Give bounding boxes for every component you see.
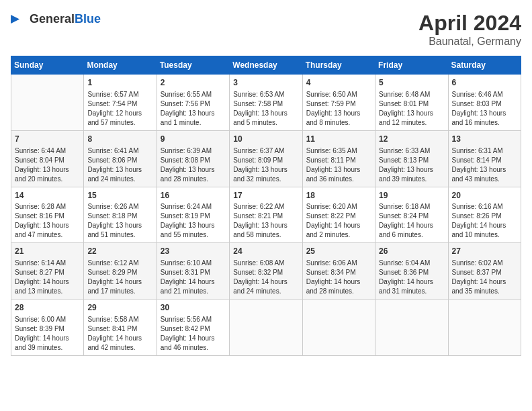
header-thursday: Thursday	[302, 56, 375, 75]
location-title: Baunatal, Germany	[418, 36, 521, 48]
logo-icon: ▶	[11, 11, 27, 27]
day-info: Sunrise: 6:16 AM Sunset: 8:26 PM Dayligh…	[452, 202, 517, 240]
day-info: Sunrise: 6:39 AM Sunset: 8:08 PM Dayligh…	[161, 146, 226, 184]
day-number: 13	[452, 134, 517, 145]
day-info: Sunrise: 6:12 AM Sunset: 8:29 PM Dayligh…	[87, 259, 152, 296]
day-info: Sunrise: 6:53 AM Sunset: 7:58 PM Dayligh…	[233, 90, 298, 128]
day-number: 4	[306, 77, 371, 89]
day-info: Sunrise: 6:57 AM Sunset: 7:54 PM Dayligh…	[87, 90, 152, 128]
header-sunday: Sunday	[11, 56, 84, 75]
day-info: Sunrise: 6:14 AM Sunset: 8:27 PM Dayligh…	[15, 259, 80, 296]
table-row: 28Sunrise: 6:00 AM Sunset: 8:39 PM Dayli…	[11, 300, 84, 356]
day-info: Sunrise: 6:35 AM Sunset: 8:11 PM Dayligh…	[306, 146, 371, 184]
day-number: 19	[379, 190, 444, 201]
header-wednesday: Wednesday	[230, 56, 302, 75]
day-number: 14	[15, 190, 80, 201]
logo: ▶ GeneralBlue	[11, 11, 101, 27]
table-row: 7Sunrise: 6:44 AM Sunset: 8:04 PM Daylig…	[11, 130, 84, 187]
day-info: Sunrise: 6:06 AM Sunset: 8:34 PM Dayligh…	[306, 259, 371, 296]
header-saturday: Saturday	[448, 56, 521, 75]
header-monday: Monday	[84, 56, 157, 75]
table-row	[448, 300, 521, 356]
table-row: 4Sunrise: 6:50 AM Sunset: 7:59 PM Daylig…	[302, 75, 375, 131]
day-number: 9	[161, 134, 226, 145]
day-number: 15	[87, 190, 152, 201]
day-number: 10	[233, 134, 298, 145]
table-row: 21Sunrise: 6:14 AM Sunset: 8:27 PM Dayli…	[11, 243, 84, 300]
day-info: Sunrise: 6:55 AM Sunset: 7:56 PM Dayligh…	[161, 90, 226, 128]
day-number: 18	[306, 190, 371, 201]
day-info: Sunrise: 6:22 AM Sunset: 8:21 PM Dayligh…	[233, 202, 298, 240]
day-number: 30	[161, 302, 226, 314]
title-area: April 2024 Baunatal, Germany	[418, 11, 521, 48]
table-row: 26Sunrise: 6:04 AM Sunset: 8:36 PM Dayli…	[375, 243, 448, 300]
svg-text:▶: ▶	[11, 11, 20, 25]
day-info: Sunrise: 6:20 AM Sunset: 8:22 PM Dayligh…	[306, 202, 371, 240]
day-info: Sunrise: 6:48 AM Sunset: 8:01 PM Dayligh…	[379, 90, 444, 128]
day-number: 23	[161, 246, 226, 257]
day-number: 25	[306, 246, 371, 257]
weekday-header-row: Sunday Monday Tuesday Wednesday Thursday…	[11, 56, 521, 75]
table-row: 8Sunrise: 6:41 AM Sunset: 8:06 PM Daylig…	[84, 130, 157, 187]
day-number: 1	[87, 77, 152, 89]
header-tuesday: Tuesday	[157, 56, 229, 75]
table-row: 25Sunrise: 6:06 AM Sunset: 8:34 PM Dayli…	[302, 243, 375, 300]
day-number: 17	[233, 190, 298, 201]
table-row: 6Sunrise: 6:46 AM Sunset: 8:03 PM Daylig…	[448, 75, 521, 131]
logo-general-text: General	[30, 12, 75, 26]
day-info: Sunrise: 6:46 AM Sunset: 8:03 PM Dayligh…	[452, 90, 517, 128]
day-number: 16	[161, 190, 226, 201]
table-row: 19Sunrise: 6:18 AM Sunset: 8:24 PM Dayli…	[375, 187, 448, 243]
day-info: Sunrise: 6:00 AM Sunset: 8:39 PM Dayligh…	[15, 315, 80, 353]
calendar-row: 28Sunrise: 6:00 AM Sunset: 8:39 PM Dayli…	[11, 300, 521, 356]
day-info: Sunrise: 6:50 AM Sunset: 7:59 PM Dayligh…	[306, 90, 371, 128]
day-info: Sunrise: 6:44 AM Sunset: 8:04 PM Dayligh…	[15, 146, 80, 184]
table-row: 20Sunrise: 6:16 AM Sunset: 8:26 PM Dayli…	[448, 187, 521, 243]
month-year-title: April 2024	[418, 11, 521, 36]
day-number: 26	[379, 246, 444, 257]
table-row: 5Sunrise: 6:48 AM Sunset: 8:01 PM Daylig…	[375, 75, 448, 131]
calendar-row: 1Sunrise: 6:57 AM Sunset: 7:54 PM Daylig…	[11, 75, 521, 131]
day-number: 21	[15, 246, 80, 257]
day-info: Sunrise: 6:33 AM Sunset: 8:13 PM Dayligh…	[379, 146, 444, 184]
day-number: 27	[452, 246, 517, 257]
day-info: Sunrise: 6:37 AM Sunset: 8:09 PM Dayligh…	[233, 146, 298, 184]
day-info: Sunrise: 5:56 AM Sunset: 8:42 PM Dayligh…	[161, 315, 226, 353]
table-row: 23Sunrise: 6:10 AM Sunset: 8:31 PM Dayli…	[157, 243, 229, 300]
table-row: 2Sunrise: 6:55 AM Sunset: 7:56 PM Daylig…	[157, 75, 229, 131]
day-info: Sunrise: 6:10 AM Sunset: 8:31 PM Dayligh…	[161, 259, 226, 296]
table-row: 14Sunrise: 6:28 AM Sunset: 8:16 PM Dayli…	[11, 187, 84, 243]
table-row: 3Sunrise: 6:53 AM Sunset: 7:58 PM Daylig…	[230, 75, 302, 131]
calendar-row: 14Sunrise: 6:28 AM Sunset: 8:16 PM Dayli…	[11, 187, 521, 243]
day-number: 29	[87, 302, 152, 314]
day-info: Sunrise: 6:18 AM Sunset: 8:24 PM Dayligh…	[379, 202, 444, 240]
table-row: 22Sunrise: 6:12 AM Sunset: 8:29 PM Dayli…	[84, 243, 157, 300]
day-number: 24	[233, 246, 298, 257]
table-row: 18Sunrise: 6:20 AM Sunset: 8:22 PM Dayli…	[302, 187, 375, 243]
day-info: Sunrise: 6:02 AM Sunset: 8:37 PM Dayligh…	[452, 259, 517, 296]
day-number: 22	[87, 246, 152, 257]
day-info: Sunrise: 6:31 AM Sunset: 8:14 PM Dayligh…	[452, 146, 517, 184]
day-number: 28	[15, 302, 80, 314]
table-row	[375, 300, 448, 356]
calendar-table: Sunday Monday Tuesday Wednesday Thursday…	[11, 56, 521, 356]
table-row: 9Sunrise: 6:39 AM Sunset: 8:08 PM Daylig…	[157, 130, 229, 187]
page-header: ▶ GeneralBlue April 2024 Baunatal, Germa…	[11, 11, 521, 48]
table-row: 15Sunrise: 6:26 AM Sunset: 8:18 PM Dayli…	[84, 187, 157, 243]
day-info: Sunrise: 6:24 AM Sunset: 8:19 PM Dayligh…	[161, 202, 226, 240]
table-row: 10Sunrise: 6:37 AM Sunset: 8:09 PM Dayli…	[230, 130, 302, 187]
table-row: 17Sunrise: 6:22 AM Sunset: 8:21 PM Dayli…	[230, 187, 302, 243]
table-row	[11, 75, 84, 131]
calendar-row: 21Sunrise: 6:14 AM Sunset: 8:27 PM Dayli…	[11, 243, 521, 300]
table-row: 12Sunrise: 6:33 AM Sunset: 8:13 PM Dayli…	[375, 130, 448, 187]
table-row: 29Sunrise: 5:58 AM Sunset: 8:41 PM Dayli…	[84, 300, 157, 356]
day-number: 5	[379, 77, 444, 89]
header-friday: Friday	[375, 56, 448, 75]
calendar-row: 7Sunrise: 6:44 AM Sunset: 8:04 PM Daylig…	[11, 130, 521, 187]
day-number: 6	[452, 77, 517, 89]
table-row	[302, 300, 375, 356]
day-info: Sunrise: 6:04 AM Sunset: 8:36 PM Dayligh…	[379, 259, 444, 296]
day-info: Sunrise: 5:58 AM Sunset: 8:41 PM Dayligh…	[87, 315, 152, 353]
table-row: 13Sunrise: 6:31 AM Sunset: 8:14 PM Dayli…	[448, 130, 521, 187]
day-number: 7	[15, 134, 80, 145]
